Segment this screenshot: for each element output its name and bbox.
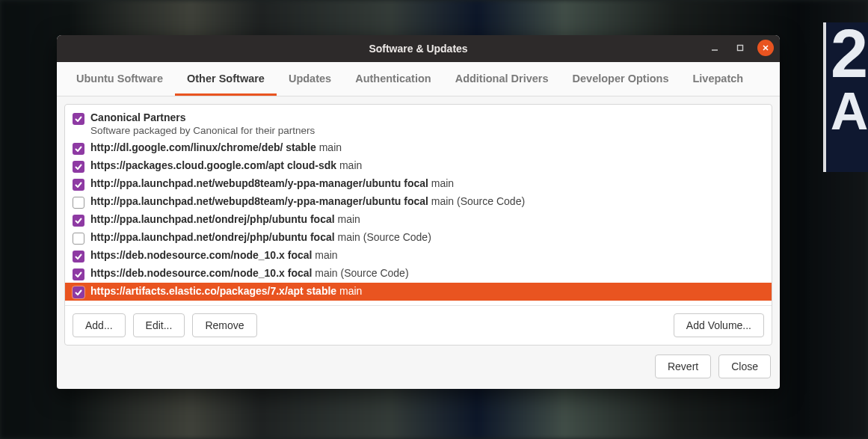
edit-button[interactable]: Edit... xyxy=(133,313,185,337)
source-row[interactable]: https://deb.nodesource.com/node_10.x foc… xyxy=(65,247,772,265)
source-checkbox[interactable] xyxy=(73,233,84,245)
source-label: http://ppa.launchpad.net/ondrej/php/ubun… xyxy=(90,213,360,227)
source-label: https://deb.nodesource.com/node_10.x foc… xyxy=(90,249,338,263)
source-row[interactable]: http://ppa.launchpad.net/ondrej/php/ubun… xyxy=(65,229,772,247)
close-button[interactable] xyxy=(757,40,774,56)
source-label: http://ppa.launchpad.net/ondrej/php/ubun… xyxy=(90,231,431,245)
source-row[interactable]: http://ppa.launchpad.net/webupd8team/y-p… xyxy=(65,193,772,211)
source-checkbox[interactable] xyxy=(73,215,84,227)
source-row[interactable]: https://deb.nodesource.com/node_10.x foc… xyxy=(65,265,772,283)
svg-rect-1 xyxy=(738,46,743,51)
source-row[interactable]: https://packages.cloud.google.com/apt cl… xyxy=(65,157,772,175)
tab-other-software[interactable]: Other Software xyxy=(175,62,277,96)
sources-list[interactable]: Canonical PartnersSoftware packaged by C… xyxy=(65,105,772,305)
remove-button[interactable]: Remove xyxy=(192,313,256,337)
source-checkbox[interactable] xyxy=(73,251,84,263)
source-checkbox[interactable] xyxy=(73,179,84,191)
source-row[interactable]: Canonical PartnersSoftware packaged by C… xyxy=(65,109,772,139)
window-controls xyxy=(707,40,774,56)
source-label: Canonical PartnersSoftware packaged by C… xyxy=(90,111,315,137)
add-volume-button[interactable]: Add Volume... xyxy=(674,313,764,337)
tab-bar: Ubuntu SoftwareOther SoftwareUpdatesAuth… xyxy=(57,62,780,96)
subway-sign-decor: 2A xyxy=(823,22,868,172)
tab-ubuntu-software[interactable]: Ubuntu Software xyxy=(64,62,175,96)
minimize-button[interactable] xyxy=(707,40,723,56)
source-label: http://ppa.launchpad.net/webupd8team/y-p… xyxy=(90,195,525,209)
source-checkbox[interactable] xyxy=(73,143,84,155)
source-checkbox[interactable] xyxy=(73,268,84,280)
source-label: http://ppa.launchpad.net/webupd8team/y-p… xyxy=(90,177,454,191)
source-row[interactable]: http://ppa.launchpad.net/ondrej/php/ubun… xyxy=(65,211,772,229)
add-button[interactable]: Add... xyxy=(73,313,126,337)
revert-button[interactable]: Revert xyxy=(655,354,711,378)
maximize-button[interactable] xyxy=(732,40,748,56)
close-dialog-button[interactable]: Close xyxy=(718,354,771,378)
software-updates-window: Software & Updates Ubuntu SoftwareOther … xyxy=(57,35,780,389)
source-checkbox[interactable] xyxy=(73,286,84,298)
tab-developer-options[interactable]: Developer Options xyxy=(561,62,681,96)
sources-pane: Canonical PartnersSoftware packaged by C… xyxy=(64,104,772,346)
source-row[interactable]: https://artifacts.elastic.co/packages/7.… xyxy=(65,283,772,301)
dialog-footer: Revert Close xyxy=(57,346,780,389)
titlebar: Software & Updates xyxy=(57,35,780,62)
source-label: https://artifacts.elastic.co/packages/7.… xyxy=(90,285,362,298)
source-checkbox[interactable] xyxy=(73,113,84,125)
tab-livepatch[interactable]: Livepatch xyxy=(680,62,755,96)
source-row[interactable]: http://ppa.launchpad.net/webupd8team/y-p… xyxy=(65,175,772,193)
source-checkbox[interactable] xyxy=(73,161,84,173)
tab-authentication[interactable]: Authentication xyxy=(343,62,443,96)
sources-toolbar: Add... Edit... Remove Add Volume... xyxy=(65,305,772,345)
source-label: https://deb.nodesource.com/node_10.x foc… xyxy=(90,267,409,280)
tab-updates[interactable]: Updates xyxy=(277,62,343,96)
tab-additional-drivers[interactable]: Additional Drivers xyxy=(443,62,561,96)
source-checkbox[interactable] xyxy=(73,197,84,209)
toolbar-spacer xyxy=(265,313,666,337)
source-row[interactable]: http://dl.google.com/linux/chrome/deb/ s… xyxy=(65,139,772,157)
source-label: https://packages.cloud.google.com/apt cl… xyxy=(90,159,362,173)
source-label: http://dl.google.com/linux/chrome/deb/ s… xyxy=(90,141,342,155)
window-title: Software & Updates xyxy=(369,43,467,55)
